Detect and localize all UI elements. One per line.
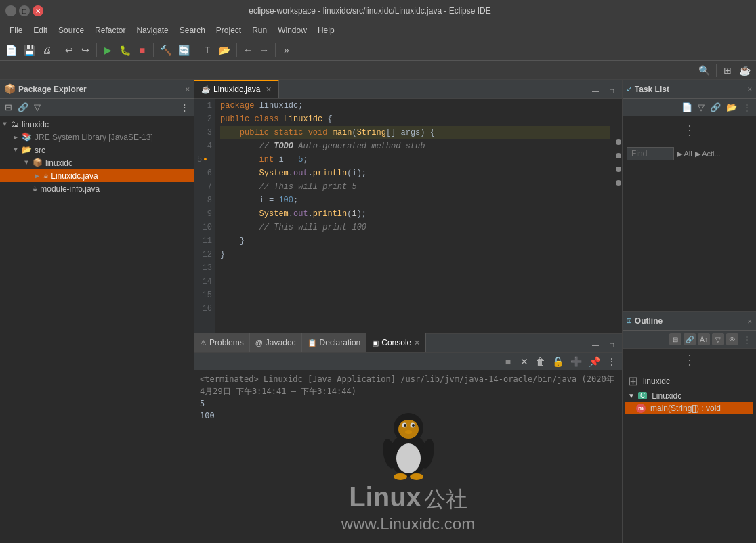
outline-menu-button[interactable]: ⋮ xyxy=(740,333,753,345)
console-options-button[interactable]: ⋮ xyxy=(604,354,619,369)
clear-console-button[interactable]: 🗑 xyxy=(533,354,548,369)
remove-launch-button[interactable]: ✕ xyxy=(517,354,532,369)
tree-item-linuxidc-pkg[interactable]: ▼ 📦 linuxidc xyxy=(0,156,194,169)
menu-file[interactable]: File xyxy=(4,24,28,37)
outline-close[interactable]: ✕ xyxy=(747,317,752,326)
line-numbers: 1 2 3 4 5● 6 7 8 9 10 11 12 13 14 xyxy=(194,99,215,333)
outline-item-main[interactable]: m main(String[]) : void xyxy=(625,402,753,414)
maximize-button[interactable]: □ xyxy=(19,5,30,16)
menu-navigate[interactable]: Navigate xyxy=(131,24,173,37)
menu-help[interactable]: Help xyxy=(312,24,340,37)
outline-sort-button[interactable]: A↑ xyxy=(698,333,710,345)
problems-icon: ⚠ xyxy=(200,339,207,347)
next-edit-button[interactable]: → xyxy=(257,43,272,58)
console-output-2: 100 xyxy=(200,410,616,422)
toolbar: 📄 💾 🖨 ↩ ↪ ▶ 🐛 ■ 🔨 🔄 T 📂 ← → » xyxy=(0,39,756,61)
tab-declaration[interactable]: 📋 Declaration xyxy=(302,333,367,352)
outline-item-linuxidc[interactable]: ⊞ linuxidc xyxy=(625,372,753,390)
outline-collapse-button[interactable]: ⊟ xyxy=(669,333,681,345)
menu-bar: File Edit Source Refactor Navigate Searc… xyxy=(0,22,756,39)
pin-console-button[interactable]: 📌 xyxy=(586,354,603,369)
prev-edit-button[interactable]: ← xyxy=(240,43,255,58)
debug-button[interactable]: 🐛 xyxy=(117,43,133,58)
build-button[interactable]: 🔨 xyxy=(157,43,174,58)
tree-label-jre: JRE System Library [JavaSE-13] xyxy=(35,133,153,142)
perspective-button[interactable]: ⊞ xyxy=(720,63,735,78)
task-list-close[interactable]: ✕ xyxy=(747,85,752,93)
menu-window[interactable]: Window xyxy=(272,24,312,37)
watermark-url: www.Linuxidc.com xyxy=(341,515,475,534)
package-explorer-close[interactable]: ✕ xyxy=(185,85,190,93)
tab-linuxidc-java[interactable]: ☕ Linuxidc.java ✕ xyxy=(194,80,279,98)
minimize-editor-button[interactable]: — xyxy=(588,83,603,98)
window-title: eclipse-workspace - linuxidc/src/linuxid… xyxy=(43,6,696,16)
outline-package-grid-icon: ⊞ xyxy=(628,374,638,389)
pe-filter-button[interactable]: ▽ xyxy=(32,102,43,113)
menu-source[interactable]: Source xyxy=(53,24,89,37)
refresh-button[interactable]: 🔄 xyxy=(175,43,192,58)
svg-point-8 xyxy=(405,430,412,434)
task-folder-button[interactable]: 📂 xyxy=(724,102,739,113)
tree-item-module-info[interactable]: ☕ module-info.java xyxy=(0,182,194,195)
task-new-button[interactable]: 📄 xyxy=(679,102,694,113)
stop-console-button[interactable]: ■ xyxy=(501,354,516,369)
collapse-all-button[interactable]: ⊟ xyxy=(3,102,14,113)
outline-title: Outline xyxy=(635,316,745,326)
task-find-input[interactable] xyxy=(627,147,674,160)
outline-hide-button[interactable]: 👁 xyxy=(726,333,738,345)
tree-item-jre[interactable]: ▶ 📚 JRE System Library [JavaSE-13] xyxy=(0,131,194,144)
tab-console[interactable]: ▣ Console ✕ xyxy=(366,333,426,352)
code-editor[interactable]: 1 2 3 4 5● 6 7 8 9 10 11 12 13 14 xyxy=(194,99,622,333)
save-button[interactable]: 💾 xyxy=(21,43,38,58)
link-with-editor-button[interactable]: 🔗 xyxy=(16,102,30,113)
new-button[interactable]: 📄 xyxy=(3,43,20,58)
outline-method-badge: m xyxy=(636,404,646,413)
maximize-editor-button[interactable]: □ xyxy=(604,83,619,98)
scroll-lock-button[interactable]: 🔒 xyxy=(549,354,566,369)
pe-menu-button[interactable]: ⋮ xyxy=(178,102,191,113)
redo-button[interactable]: ↪ xyxy=(78,43,93,58)
search-icon[interactable]: 🔍 xyxy=(696,63,713,78)
minimize-button[interactable]: – xyxy=(5,5,16,16)
editor-tabs: ☕ Linuxidc.java ✕ — □ xyxy=(194,80,622,99)
print-button[interactable]: 🖨 xyxy=(39,43,54,58)
menu-project[interactable]: Project xyxy=(211,24,247,37)
outline-class-badge: C xyxy=(638,392,647,399)
outline-item-linuxidc-class[interactable]: ▼ C Linuxidc xyxy=(625,390,753,402)
javadoc-icon: @ xyxy=(255,339,263,347)
tree-item-src[interactable]: ▼ 📂 src xyxy=(0,144,194,156)
outline-link-button[interactable]: 🔗 xyxy=(684,333,696,345)
menu-run[interactable]: Run xyxy=(247,24,272,37)
task-link-button[interactable]: 🔗 xyxy=(708,102,723,113)
open-resource-button[interactable]: 📂 xyxy=(216,43,233,58)
stop-button[interactable]: ■ xyxy=(135,43,150,58)
task-menu-button[interactable]: ⋮ xyxy=(740,102,753,113)
bottom-minimize-button[interactable]: — xyxy=(588,337,603,352)
close-button[interactable]: ✕ xyxy=(33,5,43,16)
run-button[interactable]: ▶ xyxy=(100,43,115,58)
menu-refactor[interactable]: Refactor xyxy=(89,24,131,37)
new-console-button[interactable]: ➕ xyxy=(568,354,585,369)
task-acti-filter[interactable]: ▶ Acti... xyxy=(695,150,721,158)
toolbar-more[interactable]: » xyxy=(279,43,294,58)
menu-search[interactable]: Search xyxy=(174,24,211,37)
tree-item-linuxidc-root[interactable]: ▼ 🗂 linuxidc xyxy=(0,118,194,131)
tab-close-button[interactable]: ✕ xyxy=(266,85,272,94)
java-perspective-button[interactable]: ☕ xyxy=(736,63,753,78)
console-tab-close[interactable]: ✕ xyxy=(414,339,420,347)
task-all-filter[interactable]: ▶ All xyxy=(677,150,692,158)
editor-container: ☕ Linuxidc.java ✕ — □ 1 2 3 4 xyxy=(194,80,622,543)
code-content[interactable]: package linuxidc; public class Linuxidc … xyxy=(215,99,615,333)
editor-area: ☕ Linuxidc.java ✕ — □ 1 2 3 4 xyxy=(194,80,622,333)
undo-button[interactable]: ↩ xyxy=(62,43,77,58)
bottom-maximize-button[interactable]: □ xyxy=(604,337,619,352)
panes: 📦 Package Explorer ✕ ⊟ 🔗 ▽ ⋮ ▼ 🗂 linuxid… xyxy=(0,80,756,543)
open-type-button[interactable]: T xyxy=(200,43,215,58)
menu-edit[interactable]: Edit xyxy=(28,24,53,37)
outline-filter-button[interactable]: ▽ xyxy=(712,333,724,345)
outline-label-linuxidc-class: Linuxidc xyxy=(652,391,681,401)
tab-javadoc[interactable]: @ Javadoc xyxy=(250,333,302,352)
tree-item-linuxidc-java[interactable]: ▶ ☕ Linuxidc.java xyxy=(0,169,194,182)
task-filter-button[interactable]: ▽ xyxy=(696,102,707,113)
tab-problems[interactable]: ⚠ Problems xyxy=(194,333,250,352)
